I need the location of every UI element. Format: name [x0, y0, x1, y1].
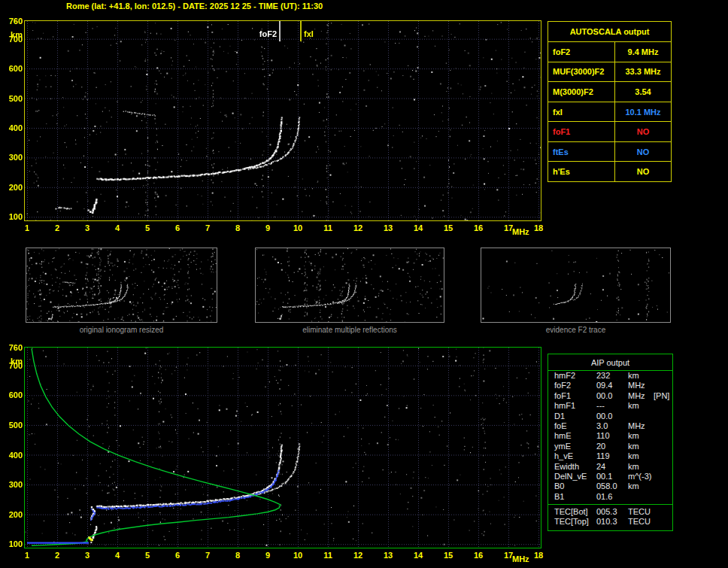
aip-row: Ewidth24km [548, 462, 672, 472]
aip-row-label: hmF2 [554, 371, 596, 381]
aip-row-label: hmF1 [554, 401, 596, 411]
aip-row-value: 24 [596, 462, 628, 472]
aip-row: TEC[Bot]005.3TECU [548, 507, 672, 517]
thumbnail-original-ionogram [26, 248, 217, 323]
aip-row-unit: km [628, 442, 654, 451]
aip-row: D100.0 [548, 412, 672, 421]
aip-row: hmF2232km [548, 371, 672, 381]
aip-row: DelN_vE00.1m^(-3) [548, 472, 672, 481]
aip-row-value: 058.0 [596, 481, 628, 491]
x-axis-tick: 18 [529, 551, 548, 560]
autoscala-row: M(3000)F23.54 [548, 82, 671, 102]
aip-row-label: foE [554, 421, 596, 431]
autoscala-row: MUF(3000)F233.3 MHz [548, 62, 671, 83]
ionogram-restored-plot [24, 347, 541, 548]
x-axis-tick: 9 [259, 551, 277, 560]
station-date-title: Rome (lat: +41.8, lon: 012.5) - DATE: 20… [66, 2, 323, 11]
x-axis-tick: 15 [439, 223, 457, 232]
aip-row-unit: km [628, 431, 654, 441]
autoscala-row: fxI10.1 MHz [548, 102, 671, 123]
aip-output-table: AIP output hmF2232kmfoF209.4MHzfoF100.0M… [548, 354, 673, 531]
x-axis-tick: 6 [168, 223, 187, 232]
x-axis-tick: 8 [229, 551, 247, 560]
aip-row: ymE20km [548, 442, 672, 451]
x-axis-unit-label: MHz [512, 227, 529, 236]
aip-row: TEC[Top]010.3TECU [548, 517, 672, 527]
y-axis-tick: 200 [2, 183, 23, 192]
autoscala-row-label: ftEs [548, 142, 615, 162]
aip-row: hmF1---km [548, 401, 672, 411]
aip-row-unit: m^(-3) [628, 472, 654, 481]
aip-row: foF100.0MHz[PN] [548, 391, 672, 401]
x-axis-tick: 12 [349, 551, 367, 560]
autoscala-row-label: foF1 [548, 122, 615, 141]
aip-row: foF209.4MHz [548, 381, 672, 390]
aip-row-value: 01.6 [596, 492, 628, 502]
aip-row-label: B0 [554, 481, 596, 491]
autoscala-output-table: AUTOSCALA output foF29.4 MHzMUF(3000)F23… [548, 21, 672, 182]
thumbnail-evidence-f2-trace [481, 248, 671, 323]
y-axis-tick: 600 [2, 390, 23, 399]
x-axis-tick: 12 [349, 223, 367, 232]
thumbnail-caption: original ionogram resized [26, 326, 217, 334]
aip-row-unit: MHz [628, 421, 654, 431]
aip-row-value: 00.1 [596, 472, 628, 481]
y-axis-tick: 300 [2, 153, 23, 162]
x-axis-tick: 7 [199, 223, 217, 232]
aip-row-unit: TECU [628, 507, 654, 517]
x-axis-tick: 3 [78, 223, 96, 232]
autoscala-row: foF1NO [548, 122, 671, 142]
x-axis-tick: 1 [18, 223, 36, 232]
x-axis-tick: 5 [138, 551, 156, 560]
autoscala-row-value: NO [615, 142, 671, 162]
autoscala-row: ftEsNO [548, 142, 671, 163]
aip-row-unit: TECU [628, 517, 654, 527]
aip-row-value: 20 [596, 442, 628, 451]
y-axis-tick: 500 [2, 94, 23, 103]
aip-row-unit [628, 412, 654, 421]
y-axis-tick: 100 [2, 539, 23, 548]
autoscala-table-title: AUTOSCALA output [548, 22, 671, 42]
aip-row-note [654, 401, 672, 411]
autoscala-row-value: 3.54 [615, 82, 671, 102]
x-axis-tick: 11 [319, 551, 337, 560]
x-axis-tick: 18 [529, 223, 548, 232]
aip-row-value: 09.4 [596, 381, 628, 390]
x-axis-tick: 6 [168, 551, 187, 560]
aip-row-note [654, 492, 672, 502]
autoscala-row-value: NO [615, 162, 671, 181]
x-axis-unit-label: MHz [512, 554, 529, 563]
aip-row-value: 119 [596, 451, 628, 461]
aip-row-note [654, 431, 672, 441]
aip-row-value: 00.0 [596, 391, 628, 401]
x-axis-tick: 9 [259, 223, 277, 232]
aip-row: h_vE119km [548, 451, 672, 461]
aip-row-label: B1 [554, 492, 596, 502]
aip-row-value: 232 [596, 371, 628, 381]
aip-row-unit: MHz [628, 381, 654, 390]
aip-row-value: --- [596, 401, 628, 411]
autoscala-row: foF29.4 MHz [548, 42, 671, 62]
y-axis-unit-label: km [2, 30, 23, 39]
aip-row-label: TEC[Bot] [554, 507, 596, 517]
x-axis-tick: 14 [409, 551, 427, 560]
autoscala-row-label: M(3000)F2 [548, 82, 615, 102]
aip-row-unit: km [628, 462, 654, 472]
autoscala-app-window: { "header": { "title": "Rome (lat: +41.8… [0, 0, 728, 568]
aip-row-note [654, 472, 672, 481]
aip-row-label: TEC[Top] [554, 517, 596, 527]
y-axis-tick: 760 [2, 343, 23, 352]
thumbnail-eliminate-reflections [255, 248, 444, 323]
aip-row-note [654, 381, 672, 390]
x-axis-tick: 10 [289, 223, 307, 232]
aip-row-unit [628, 492, 654, 502]
y-axis-tick: 400 [2, 123, 23, 132]
aip-row-note [654, 462, 672, 472]
x-axis-tick: 1 [18, 551, 36, 560]
y-axis-tick: 500 [2, 421, 23, 430]
aip-row-label: ymE [554, 442, 596, 451]
y-axis-tick: 100 [2, 212, 23, 221]
aip-row-note [654, 451, 672, 461]
ionogram-main-plot [24, 20, 541, 221]
x-axis-tick: 8 [229, 223, 247, 232]
